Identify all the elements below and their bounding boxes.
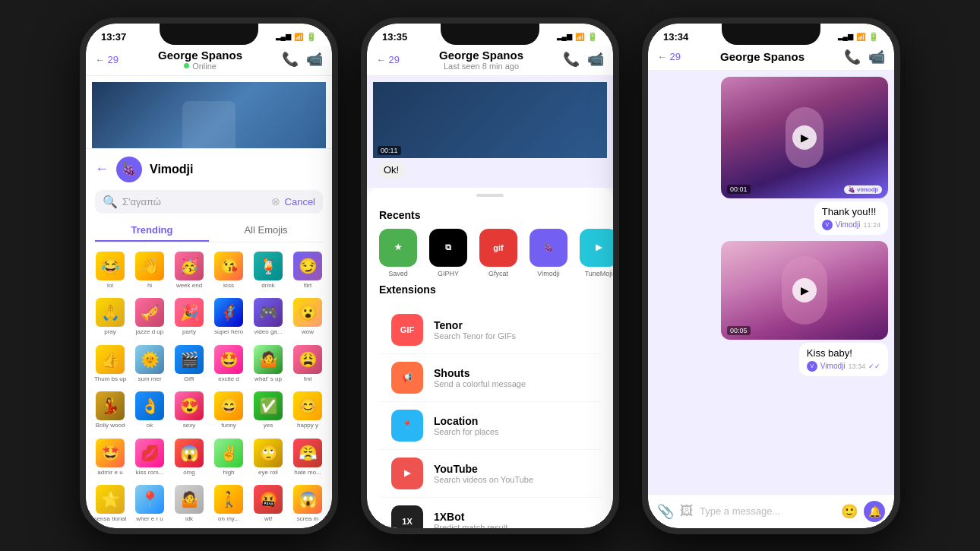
emoji-item[interactable]: 🤬 wtf [250, 482, 286, 526]
emoji-img: 🤷 [175, 485, 204, 514]
emoji-item[interactable]: 👍 Thum bs up [92, 342, 128, 386]
signal-icon-2: ▂▄▆ [557, 33, 572, 40]
extension-item[interactable]: 1X 1XBot Predict match result [379, 498, 601, 528]
type-input-3[interactable]: Type a message... [700, 505, 835, 517]
emoji-item[interactable]: 🍹 drink [250, 249, 286, 293]
emoji-item[interactable]: 👌 ok [131, 388, 168, 432]
back-button-3[interactable]: ← 29 [657, 51, 681, 62]
panel-title-1: Vimodji [150, 163, 194, 176]
emoji-item[interactable]: 😱 screa m [289, 482, 326, 526]
emoji-item[interactable]: 💋 kiss rom... [131, 435, 168, 480]
search-text-1: Σ'αγαπώ [122, 196, 267, 207]
emoji-label: sexy [183, 422, 195, 429]
play-btn-2[interactable]: ▶ [792, 278, 817, 302]
attachment-icon[interactable]: 📎 [657, 503, 674, 520]
emoji-item[interactable]: 🎉 party [171, 295, 207, 339]
emoji-label: excite d [218, 375, 239, 383]
emoji-item[interactable]: 😘 kiss [210, 249, 247, 293]
emoji-item[interactable]: 🌞 sum mer [131, 342, 168, 386]
emoji-item[interactable]: 😤 hate mo... [289, 435, 326, 480]
extension-item[interactable]: 📍 Location Search for places [379, 402, 601, 450]
play-btn-1[interactable]: ▶ [792, 125, 817, 150]
emoji-item[interactable]: 😮 wow [289, 295, 326, 339]
video-icon-3[interactable]: 📹 [868, 49, 885, 65]
emoji-item[interactable]: 💃 Bolly wood [92, 388, 128, 432]
video-icon-1[interactable]: 📹 [306, 51, 323, 68]
emoji-item[interactable]: ⭐ sensa tional [92, 482, 128, 526]
emoji-label: party [182, 328, 196, 336]
emoji-item[interactable]: 😂 lol [92, 249, 128, 293]
tab-trending[interactable]: Trending [95, 220, 209, 242]
emoji-img: 🥳 [175, 252, 204, 280]
phone-icon-3[interactable]: 📞 [844, 49, 861, 65]
emoji-item[interactable]: 🤷 what' s up [250, 342, 286, 386]
emoji-item[interactable]: 🎺 jazze d up [131, 295, 168, 339]
recents-section: Recents ★ Saved ⧉ GIPHY gif Gfycat 🍇 Vim… [367, 203, 613, 283]
phone-icon-2[interactable]: 📞 [563, 51, 580, 68]
video-thumb-msg-1[interactable]: ▶ 00:01 🍇 vimodji [721, 77, 888, 198]
photo-icon[interactable]: 🖼 [680, 503, 694, 519]
extension-item[interactable]: ▶ YouTube Search videos on YouTube [379, 450, 601, 498]
header-title-1: George Spanos Online [158, 49, 242, 71]
back-button-1[interactable]: ← 29 [95, 54, 119, 65]
emoji-item[interactable]: ✅ yes [250, 388, 286, 432]
emoji-item[interactable]: 🎬 GiR [171, 342, 207, 386]
emoji-label: what' s up [254, 375, 282, 383]
emoji-img: 😤 [293, 439, 322, 467]
status-icons-2: ▂▄▆ 📶 🔋 [557, 32, 598, 42]
emoji-item[interactable]: 😄 funny [210, 388, 247, 432]
emoji-img: 😂 [96, 252, 125, 280]
video-icon-2[interactable]: 📹 [587, 51, 604, 68]
emoji-item[interactable]: 🤷 idk [171, 482, 207, 526]
extension-item[interactable]: GIF Tenor Search Tenor for GIFs [379, 306, 601, 354]
emoji-item[interactable]: 😩 fml [289, 342, 326, 386]
emoji-item[interactable]: 👋 hi [131, 249, 168, 293]
back-button-2[interactable]: ← 29 [376, 54, 400, 65]
emoji-item[interactable]: 🚶 on my... [210, 482, 247, 526]
emoji-img: 🎺 [135, 298, 164, 327]
emoji-item[interactable]: 🥳 week end [171, 249, 207, 293]
header-title-3: George Spanos [720, 50, 805, 63]
recent-item[interactable]: gif Gfycat [479, 229, 517, 277]
extension-item[interactable]: 📢 Shouts Send a colorful message [379, 354, 601, 402]
extension-info: Shouts Send a colorful message [434, 367, 589, 388]
emoji-item[interactable]: 🦸 super hero [210, 295, 247, 339]
vimodji-badge-1: 🍇 vimodji [844, 185, 882, 194]
cancel-btn-1[interactable]: Cancel [285, 196, 315, 207]
recent-item[interactable]: ⧉ GIPHY [429, 229, 467, 277]
recent-item[interactable]: 🍇 Vimodji [530, 229, 567, 277]
emoji-item[interactable]: 😏 flirt [289, 249, 326, 293]
phone-icon-1[interactable]: 📞 [282, 51, 299, 68]
screen-1: 13:37 ▂▄▆ 📶 🔋 ← 29 George Spanos Online [86, 24, 332, 528]
emoji-item[interactable]: 😍 sexy [171, 388, 207, 432]
emoji-img: 😮 [293, 298, 322, 327]
mic-button-3[interactable]: 🔔 [864, 501, 885, 522]
emoji-img: 😏 [293, 252, 322, 280]
video-thumb-msg-2[interactable]: ▶ 00:05 [721, 241, 888, 340]
emoji-item[interactable]: 😱 omg [171, 435, 207, 480]
emoji-item[interactable]: ✌️ high [210, 435, 247, 480]
emoji-img: 💃 [96, 391, 125, 420]
recent-item[interactable]: ▶ TuneMoji [580, 229, 613, 277]
emoji-back-1[interactable]: ← [95, 161, 109, 177]
emoji-icon-3[interactable]: 🙂 [841, 503, 858, 520]
battery-icon-3: 🔋 [868, 32, 879, 42]
emoji-item[interactable]: 🎮 video ga... [250, 295, 286, 339]
emoji-item[interactable]: 🙏 pray [92, 295, 128, 339]
emoji-item[interactable]: 😊 happy y [289, 388, 326, 432]
emoji-item[interactable]: 🙄 eye roll [250, 435, 286, 480]
wifi-icon-3: 📶 [856, 33, 865, 41]
emoji-img: 😊 [293, 391, 322, 420]
header-actions-3: 📞 📹 [844, 49, 885, 65]
emoji-item[interactable]: 📍 wher e r u [131, 482, 168, 526]
extensions-panel: Recents ★ Saved ⧉ GIPHY gif Gfycat 🍇 Vim… [367, 188, 613, 528]
notch-2 [441, 24, 539, 45]
emoji-item[interactable]: 🤩 admir e u [92, 435, 128, 480]
emoji-label: lol [107, 282, 113, 290]
tab-all-emojis[interactable]: All Emojis [209, 220, 323, 242]
clear-icon-1[interactable]: ⊗ [271, 195, 280, 207]
emoji-label: funny [221, 422, 236, 429]
emoji-item[interactable]: 🤩 excite d [210, 342, 247, 386]
recent-item[interactable]: ★ Saved [379, 229, 417, 277]
extension-desc: Search Tenor for GIFs [434, 331, 589, 340]
